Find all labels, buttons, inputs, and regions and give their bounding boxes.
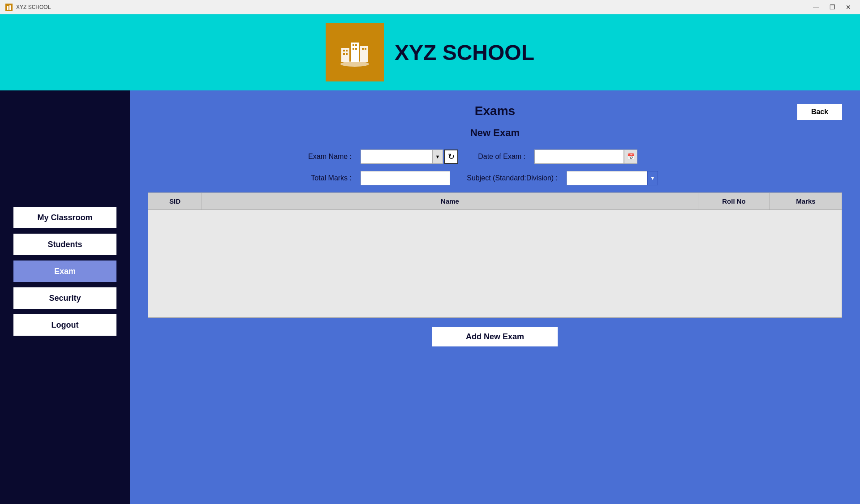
sidebar-item-students[interactable]: Students [13,234,116,255]
col-name: Name [202,193,698,209]
main-layout: My Classroom Students Exam Security Logo… [0,90,860,504]
date-of-exam-label: Date of Exam : [467,153,525,161]
svg-rect-10 [355,44,357,46]
date-of-exam-group: 📅 [534,149,637,164]
header: XYZ SCHOOL [0,14,860,90]
app-title: XYZ SCHOOL [16,4,51,10]
subject-combo: ▼ [567,171,658,185]
svg-rect-11 [353,48,354,50]
calendar-button[interactable]: 📅 [624,149,637,164]
add-new-exam-button[interactable]: Add New Exam [432,327,558,346]
svg-point-15 [340,61,369,67]
subject-input[interactable] [567,171,647,185]
svg-rect-8 [346,53,348,55]
page-title: Exams [475,104,515,118]
svg-rect-7 [343,53,345,55]
exam-name-input[interactable] [361,149,432,164]
svg-rect-9 [353,44,354,46]
exam-name-combo: ▼ ↻ [361,149,458,164]
col-roll-no: Roll No [698,193,770,209]
svg-rect-6 [346,50,348,51]
col-marks: Marks [770,193,842,209]
titlebar: XYZ SCHOOL — ❐ ✕ [0,0,860,14]
total-marks-input[interactable] [361,171,450,185]
subject-label: Subject (Standard:Division) : [459,174,558,182]
date-of-exam-input[interactable] [534,149,624,164]
svg-rect-5 [343,50,345,51]
sidebar-item-security[interactable]: Security [13,287,116,309]
sidebar-item-my-classroom[interactable]: My Classroom [13,207,116,228]
svg-rect-12 [355,48,357,50]
svg-rect-0 [7,6,9,10]
svg-rect-14 [365,48,366,50]
sidebar-item-exam[interactable]: Exam [13,261,116,282]
col-sid: SID [148,193,202,209]
titlebar-left: XYZ SCHOOL [5,4,51,11]
table-body [148,210,842,317]
exam-name-row: Exam Name : ▼ ↻ Date of Exam : 📅 [293,149,697,164]
new-exam-form: Exam Name : ▼ ↻ Date of Exam : 📅 Total M… [293,149,697,192]
window-controls: — ❐ ✕ [810,3,855,12]
svg-rect-4 [360,46,368,62]
section-title: New Exam [470,127,520,139]
subject-dropdown-btn[interactable]: ▼ [647,171,658,185]
refresh-button[interactable]: ↻ [444,149,458,164]
sidebar: My Classroom Students Exam Security Logo… [0,90,130,504]
school-title: XYZ SCHOOL [395,40,534,65]
svg-rect-3 [351,43,359,62]
maximize-button[interactable]: ❐ [826,3,838,12]
total-marks-row: Total Marks : Subject (Standard:Division… [293,171,697,185]
sidebar-item-logout[interactable]: Logout [13,314,116,336]
logo-box [326,23,384,81]
back-button[interactable]: Back [797,104,842,120]
svg-rect-2 [341,48,349,62]
exam-name-dropdown-btn[interactable]: ▼ [432,149,443,164]
content-area: Exams Back New Exam Exam Name : ▼ ↻ Date… [130,90,860,504]
close-button[interactable]: ✕ [842,3,855,12]
svg-rect-13 [362,48,364,50]
total-marks-label: Total Marks : [293,174,352,182]
minimize-button[interactable]: — [810,3,822,12]
logo-icon [337,34,373,70]
app-icon [5,4,13,11]
table-header: SID Name Roll No Marks [148,193,842,210]
exam-name-label: Exam Name : [293,153,352,161]
svg-rect-1 [9,5,11,10]
students-table: SID Name Roll No Marks [148,192,842,318]
